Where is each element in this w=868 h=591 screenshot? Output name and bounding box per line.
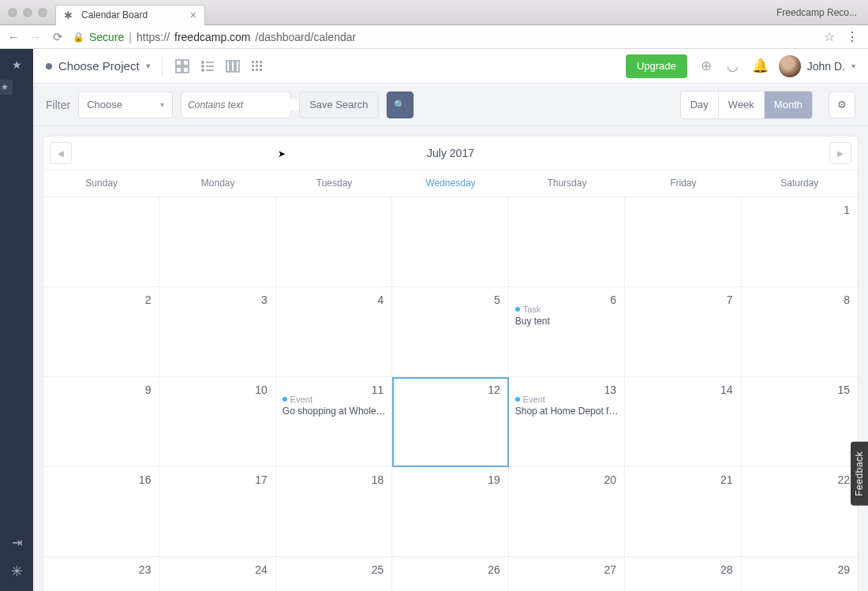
view-month-button[interactable]: Month — [765, 92, 812, 118]
rail-star-icon[interactable]: ★ — [12, 58, 22, 71]
calendar-daynames: SundayMondayTuesdayWednesdayThursdayFrid… — [43, 170, 858, 197]
calendar-cell[interactable]: 22 — [742, 467, 858, 557]
calendar-day-number: 2 — [145, 294, 152, 306]
calendar-cell[interactable]: 16 — [43, 467, 159, 557]
calendar-cell[interactable]: 6TaskBuy tent — [509, 287, 625, 377]
calendar-cell[interactable]: 12 — [392, 377, 508, 467]
view-week-button[interactable]: Week — [719, 92, 765, 118]
bookmark-icon[interactable]: ◡ — [725, 58, 741, 74]
calendar-next-button[interactable]: ► — [829, 142, 851, 164]
nav-reload-icon[interactable]: ⟳ — [51, 30, 65, 44]
svg-rect-13 — [252, 61, 254, 63]
calendar-cell[interactable]: 4 — [276, 287, 392, 377]
window-maximize-icon[interactable] — [38, 8, 47, 17]
calendar-cell[interactable] — [43, 197, 159, 287]
calendar-cell[interactable]: 17 — [159, 467, 275, 557]
calendar-cell[interactable]: 24 — [159, 557, 275, 591]
favicon-icon: ✱ — [64, 9, 75, 21]
view-columns-icon[interactable] — [224, 58, 241, 75]
calendar-day-number: 3 — [261, 294, 268, 306]
calendar-prev-button[interactable]: ◄ — [50, 142, 72, 164]
calendar-cell[interactable]: 18 — [276, 467, 392, 557]
event-type-label: Event — [515, 395, 619, 404]
view-list-icon[interactable] — [199, 58, 216, 75]
calendar-cell[interactable] — [625, 197, 741, 287]
calendar-cell[interactable]: 25 — [276, 557, 392, 591]
bell-icon[interactable]: 🔔 — [752, 58, 768, 74]
project-dot-icon — [46, 63, 52, 69]
search-input-wrap[interactable]: 🔍 — [181, 92, 291, 118]
browser-tab[interactable]: ✱ Calendar Board × — [55, 5, 205, 25]
view-grid-icon[interactable] — [174, 58, 191, 75]
calendar-day-number: 24 — [255, 563, 268, 576]
calendar-cell[interactable]: 26 — [392, 557, 508, 591]
calendar-cell[interactable]: 21 — [625, 467, 741, 557]
calendar-cell[interactable]: 8 — [742, 287, 858, 377]
browser-extension-text: Freedcamp Reco... — [765, 7, 868, 18]
calendar-cell[interactable]: 13EventShop at Home Depot f… — [509, 377, 625, 467]
url-host: freedcamp.com — [174, 31, 250, 43]
calendar-day-number: 12 — [488, 383, 500, 396]
window-minimize-icon[interactable] — [23, 8, 32, 17]
rail-expand-icon[interactable]: ⇥ — [12, 535, 22, 550]
view-day-button[interactable]: Day — [681, 92, 719, 118]
calendar-event[interactable]: TaskBuy tent — [507, 305, 550, 327]
calendar-cell[interactable]: 7 — [625, 287, 741, 377]
calendar-cell[interactable]: 19 — [392, 467, 508, 557]
calendar-cell[interactable] — [392, 197, 508, 287]
calendar-cell[interactable]: 9 — [43, 377, 159, 467]
calendar-cell[interactable]: 1 — [742, 197, 858, 287]
upgrade-button[interactable]: Upgrade — [626, 54, 687, 78]
calendar-cell[interactable]: 20 — [509, 467, 625, 557]
calendar-view-switch: Day Week Month — [680, 91, 813, 119]
calendar-cell[interactable] — [159, 197, 275, 287]
chevron-down-icon: ▾ — [851, 62, 855, 70]
rail-star-tab-icon[interactable]: ★ — [0, 79, 13, 95]
browser-menu-icon[interactable]: ⋮ — [843, 29, 862, 44]
calendar-cell[interactable]: 27 — [509, 557, 625, 591]
svg-rect-15 — [260, 61, 262, 63]
user-menu[interactable]: John D. ▾ — [779, 55, 855, 77]
feedback-tab[interactable]: Feedback — [851, 442, 868, 506]
nav-back-icon[interactable]: ← — [6, 30, 21, 43]
nav-forward-icon[interactable]: → — [28, 30, 43, 43]
calendar-cell[interactable]: 2 — [43, 287, 159, 377]
calendar-cell[interactable]: 23 — [43, 557, 159, 591]
bookmark-star-icon[interactable]: ☆ — [824, 29, 835, 44]
calendar-cell[interactable]: 5 — [392, 287, 508, 377]
calendar-cell[interactable]: 3 — [159, 287, 275, 377]
view-dense-grid-icon[interactable] — [249, 58, 267, 75]
window-close-icon[interactable] — [8, 8, 17, 17]
project-picker[interactable]: Choose Project ▾ — [46, 59, 151, 73]
add-icon[interactable]: ⊕ — [698, 58, 714, 74]
event-dot-icon — [282, 397, 287, 402]
search-input[interactable] — [188, 99, 307, 110]
calendar-cell[interactable]: 14 — [625, 377, 741, 467]
svg-rect-17 — [256, 65, 258, 67]
calendar-cell[interactable]: 29 — [742, 557, 858, 591]
calendar-title: July 2017 — [427, 147, 474, 159]
calendar-cell[interactable] — [276, 197, 392, 287]
topbar: Choose Project ▾ Upgrade ⊕ ◡ 🔔 John D. ▾ — [33, 49, 868, 84]
event-title: Go shopping at Whole… — [282, 406, 386, 417]
event-dot-icon — [515, 397, 520, 402]
rail-logo-icon[interactable]: ✳ — [11, 563, 23, 580]
calendar-day-number: 10 — [255, 383, 268, 396]
calendar-cell[interactable]: 28 — [625, 557, 741, 591]
calendar-cell[interactable]: 10 — [159, 377, 275, 467]
saved-searches-button[interactable]: 🔍 — [387, 92, 413, 118]
calendar-event[interactable]: EventShop at Home Depot f… — [507, 395, 619, 417]
calendar-cell[interactable]: 11EventGo shopping at Whole… — [276, 377, 392, 467]
filter-choose-dropdown[interactable]: Choose ▾ — [78, 92, 173, 118]
calendar-day-number: 1 — [844, 204, 850, 216]
calendar-cell[interactable] — [509, 197, 625, 287]
event-title: Shop at Home Depot f… — [515, 406, 619, 417]
save-search-button[interactable]: Save Search — [299, 92, 378, 118]
settings-button[interactable]: ⚙ — [829, 92, 855, 118]
user-name: John D. — [807, 60, 845, 73]
calendar-cell[interactable]: 15 — [742, 377, 858, 467]
url-field[interactable]: 🔒 Secure | https://freedcamp.com/dashboa… — [73, 29, 835, 44]
svg-rect-1 — [183, 60, 189, 65]
calendar-event[interactable]: EventGo shopping at Whole… — [275, 395, 386, 417]
tab-close-icon[interactable]: × — [190, 9, 196, 21]
